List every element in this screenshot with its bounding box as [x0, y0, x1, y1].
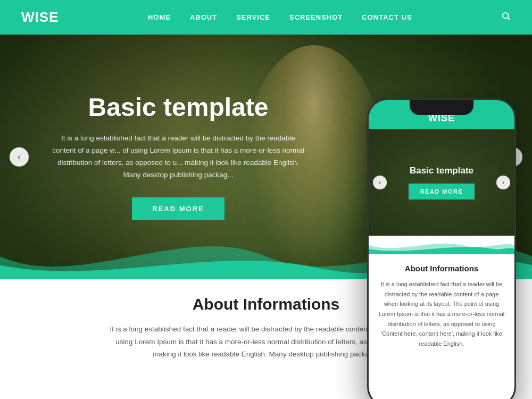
phone-prev-arrow[interactable]: ‹: [373, 176, 387, 189]
hero-title: Basic template: [88, 94, 269, 122]
navbar: WISE HOME ABOUT SERVICE SCREENSHOT CONTA…: [0, 0, 532, 35]
hero-read-more-button[interactable]: READ MORE: [132, 197, 224, 220]
svg-line-1: [508, 18, 510, 20]
phone-screen: WISE ☰ ‹ Basic template READ MORE › Abou…: [369, 100, 514, 399]
phone-about-description: It is a long established fact that a rea…: [377, 279, 506, 349]
navbar-logo: WISE: [21, 9, 59, 26]
nav-contact[interactable]: CONTACT US: [362, 13, 412, 21]
search-icon[interactable]: [501, 11, 511, 23]
nav-service[interactable]: SERVICE: [236, 13, 270, 21]
nav-about[interactable]: ABOUT: [190, 13, 217, 21]
phone-mockup: WISE ☰ ‹ Basic template READ MORE › Abou…: [367, 98, 516, 399]
phone-wave-area: [369, 236, 514, 254]
phone-wave: [369, 236, 514, 254]
phone-hero-title: Basic template: [410, 165, 473, 176]
phone-read-more-button[interactable]: READ MORE: [409, 184, 475, 200]
phone-about-section: About Informations It is a long establis…: [369, 254, 514, 359]
nav-screenshot[interactable]: SCREENSHOT: [289, 13, 343, 21]
phone-hamburger-icon[interactable]: ☰: [481, 135, 489, 145]
nav-home[interactable]: HOME: [148, 13, 171, 21]
hero-description: It is a long established fact that a rea…: [51, 132, 306, 181]
phone-about-title: About Informations: [377, 264, 506, 273]
phone-next-arrow[interactable]: ›: [496, 176, 510, 189]
phone-notch: [410, 100, 473, 115]
svg-point-0: [503, 13, 509, 19]
hero-prev-arrow[interactable]: ‹: [10, 147, 29, 167]
nav-links: HOME ABOUT SERVICE SCREENSHOT CONTACT US: [148, 13, 412, 21]
phone-hero: ‹ Basic template READ MORE ›: [369, 129, 514, 236]
